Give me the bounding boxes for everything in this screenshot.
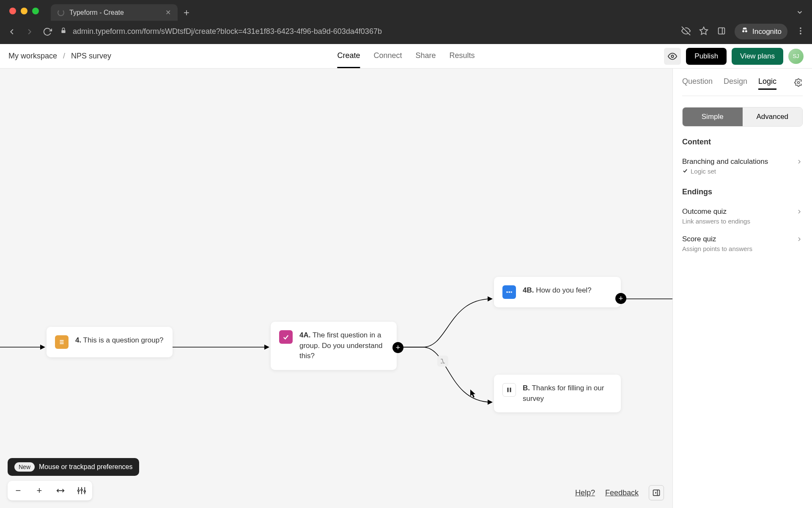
url-field[interactable]: admin.typeform.com/form/sWDtsfDj/create?…	[60, 27, 674, 36]
chevron-right-icon	[796, 208, 803, 217]
preview-button[interactable]	[664, 48, 681, 65]
browser-tab[interactable]: Typeform - Create ✕	[51, 4, 178, 21]
node-question-4b[interactable]: 4B. How do you feel?	[494, 277, 621, 307]
header-actions: Publish View plans SJ	[664, 48, 804, 65]
svg-rect-0	[61, 30, 65, 33]
browser-chrome: Typeform - Create ✕ + admin.typeform.com…	[0, 0, 812, 44]
svg-rect-20	[508, 388, 509, 392]
score-sub: Assign points to answers	[682, 245, 803, 252]
add-branch-button[interactable]: +	[392, 342, 403, 353]
avatar[interactable]: SJ	[788, 49, 804, 64]
chevron-right-icon	[796, 236, 803, 244]
branch-condition-icon[interactable]	[437, 356, 448, 367]
tab-results[interactable]: Results	[450, 44, 475, 68]
svg-point-30	[78, 490, 80, 491]
canvas-bottom-left: New Mouse or trackpad preferences − +	[8, 458, 139, 500]
browser-forward-button[interactable]	[25, 27, 35, 37]
node-label: 4B. How do you feel?	[523, 285, 592, 296]
window-maximize[interactable]	[32, 8, 39, 14]
publish-button[interactable]: Publish	[686, 48, 727, 65]
app-header: My workspace / NPS survey Create Connect…	[0, 44, 812, 69]
panel-tab-design[interactable]: Design	[724, 77, 747, 90]
canvas-bottom-right: Help? Feedback	[575, 485, 664, 500]
svg-point-10	[672, 55, 674, 58]
main-tabs: Create Connect Share Results	[337, 44, 475, 68]
panel-tabs: Question Design Logic	[682, 69, 803, 96]
incognito-badge[interactable]: Incognito	[735, 24, 787, 39]
right-panel: Question Design Logic Simple Advanced Co…	[672, 69, 812, 508]
node-question-4[interactable]: 4. This is a question group?	[47, 327, 173, 357]
help-link[interactable]: Help?	[575, 489, 595, 497]
tab-create[interactable]: Create	[337, 44, 360, 68]
svg-point-7	[800, 27, 801, 29]
extensions-icon[interactable]	[717, 26, 726, 37]
incognito-icon	[741, 26, 749, 37]
url-bar: admin.typeform.com/form/sWDtsfDj/create?…	[0, 24, 812, 39]
window-minimize[interactable]	[21, 8, 27, 14]
svg-point-31	[81, 489, 82, 491]
panel-tab-logic[interactable]: Logic	[758, 77, 776, 90]
browser-back-button[interactable]	[7, 27, 17, 37]
preferences-tooltip[interactable]: New Mouse or trackpad preferences	[8, 458, 139, 476]
logic-mode-segmented: Simple Advanced	[682, 107, 803, 127]
ending-icon	[502, 383, 516, 397]
view-plans-button[interactable]: View plans	[732, 48, 783, 65]
section-content-title: Content	[682, 138, 803, 146]
eye-off-icon[interactable]	[681, 26, 691, 37]
segment-simple[interactable]: Simple	[683, 108, 743, 126]
svg-rect-21	[510, 388, 511, 392]
check-icon	[682, 168, 688, 175]
star-icon[interactable]	[699, 26, 708, 37]
loading-spinner-icon	[58, 9, 64, 16]
node-ending-b[interactable]: B. Thanks for filling in our survey	[494, 375, 621, 412]
score-title: Score quiz	[682, 235, 803, 243]
browser-tab-bar: Typeform - Create ✕ +	[51, 4, 189, 21]
browser-reload-button[interactable]	[42, 27, 52, 37]
logic-canvas[interactable]: 4. This is a question group? 4A. The fir…	[0, 69, 672, 508]
url-text: admin.typeform.com/form/sWDtsfDj/create?…	[73, 27, 382, 36]
window-close[interactable]	[9, 8, 16, 14]
svg-point-6	[745, 30, 747, 32]
svg-rect-18	[509, 292, 510, 293]
new-badge: New	[14, 462, 35, 472]
gear-icon[interactable]	[794, 78, 803, 88]
breadcrumb-workspace[interactable]: My workspace	[8, 52, 57, 61]
chevron-right-icon	[796, 158, 803, 167]
zoom-toolbar: − +	[8, 481, 92, 500]
branching-title: Branching and calculations	[682, 157, 803, 166]
svg-point-32	[84, 491, 86, 492]
node-label: 4. This is a question group?	[75, 335, 164, 346]
settings-sliders-button[interactable]	[71, 481, 92, 500]
tabs-dropdown-icon[interactable]	[796, 8, 804, 18]
branching-item[interactable]: Branching and calculations Logic set	[682, 152, 803, 180]
zoom-in-button[interactable]: +	[29, 481, 50, 500]
tab-close-icon[interactable]: ✕	[165, 8, 171, 17]
tab-connect[interactable]: Connect	[373, 44, 402, 68]
tab-share[interactable]: Share	[416, 44, 436, 68]
breadcrumb: My workspace / NPS survey	[8, 52, 111, 61]
breadcrumb-form[interactable]: NPS survey	[71, 52, 111, 61]
fit-width-button[interactable]	[50, 481, 71, 500]
new-tab-button[interactable]: +	[184, 7, 189, 19]
incognito-label: Incognito	[752, 28, 782, 36]
tab-title: Typeform - Create	[69, 9, 160, 17]
add-branch-button[interactable]: +	[615, 293, 626, 304]
yesno-icon	[279, 330, 293, 344]
browser-menu-icon[interactable]	[796, 26, 805, 37]
panel-tab-question[interactable]: Question	[682, 77, 713, 90]
opinion-scale-icon	[502, 285, 516, 299]
node-label: B. Thanks for filling in our survey	[523, 383, 612, 404]
score-quiz-item[interactable]: Score quiz Assign points to answers	[682, 230, 803, 257]
svg-point-22	[798, 82, 800, 84]
lock-icon	[60, 27, 67, 36]
svg-rect-17	[506, 292, 508, 293]
feedback-link[interactable]: Feedback	[605, 489, 639, 497]
eye-icon	[668, 52, 677, 61]
zoom-out-button[interactable]: −	[8, 481, 29, 500]
node-question-4a[interactable]: 4A. The first question in a group. Do yo…	[271, 322, 397, 370]
outcome-quiz-item[interactable]: Outcome quiz Link answers to endings	[682, 202, 803, 230]
svg-point-5	[742, 30, 744, 32]
collapse-panel-button[interactable]	[649, 485, 664, 500]
segment-advanced[interactable]: Advanced	[743, 108, 803, 126]
cursor-icon	[470, 389, 477, 400]
